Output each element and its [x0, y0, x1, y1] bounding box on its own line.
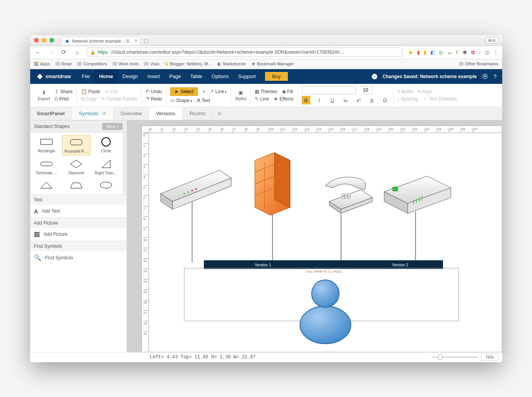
bookmark-item[interactable]: ★Bookmark Manager	[251, 61, 294, 66]
chrome-menu-icon[interactable]: ⋮	[493, 49, 498, 55]
shape-rectangle[interactable]: Rectangle	[33, 135, 61, 155]
home-icon[interactable]: ⌂	[74, 49, 81, 56]
shape-diamond[interactable]: Diamond	[62, 157, 91, 177]
close-icon[interactable]: ✕	[102, 111, 106, 116]
export-button[interactable]: ⬇Export	[38, 90, 50, 101]
extension-icon[interactable]: ☁	[447, 49, 452, 55]
shape-terminate[interactable]: Terminate …	[33, 157, 61, 177]
copy-button[interactable]: ⧉ Copy	[81, 96, 96, 102]
share-button[interactable]: ⇪ Share	[55, 89, 72, 94]
menu-options[interactable]: Options	[207, 69, 234, 84]
chrome-user-badge[interactable]: Ася	[486, 37, 498, 43]
cut-button[interactable]: ✂ Cut	[105, 89, 118, 94]
text-tool-button[interactable]: A Text	[197, 97, 210, 103]
font-color-button[interactable]: A	[368, 96, 376, 104]
fill-button[interactable]: ◆ Fill	[282, 89, 293, 94]
menu-home[interactable]: Home	[94, 69, 118, 84]
canvas-svg[interactable]: Version 1 Version 2 Cisco 2WRBPTN 1.1.25…	[149, 133, 502, 344]
menu-support[interactable]: Support	[234, 69, 261, 84]
extension-icon[interactable]: ✽	[463, 49, 467, 55]
bookmark-star-icon[interactable]: ★	[408, 49, 413, 56]
paste-button[interactable]: 📋 Paste	[81, 89, 100, 94]
brand-logo[interactable]: smartdraw	[30, 73, 77, 80]
menu-table[interactable]: Table	[186, 69, 207, 84]
extension-icon[interactable]: ▮	[424, 49, 426, 55]
bookmark-item[interactable]: Work tools	[113, 61, 139, 66]
line-tool-button[interactable]: ↗ Line▾	[210, 89, 227, 94]
extension-icon[interactable]: ◎	[439, 49, 443, 55]
omega-button[interactable]: Ω	[381, 96, 389, 104]
chevron-down-icon[interactable]: ▾	[190, 99, 192, 103]
extension-icon[interactable]: F	[456, 49, 459, 55]
other-bookmarks[interactable]: Other Bookmarks	[459, 61, 498, 66]
shape-right-triangle[interactable]: Right Trian…	[92, 157, 120, 177]
nav-back-button[interactable]: ←	[34, 49, 42, 56]
select-tool-button[interactable]: ➤Select	[170, 87, 198, 96]
line-style-button[interactable]: ✎ Line	[255, 96, 269, 102]
bookmark-item[interactable]: Read	[55, 61, 72, 66]
more-shapes-button[interactable]: More ▾	[102, 123, 122, 130]
tab-overview[interactable]: Overview	[114, 107, 149, 120]
spacing-button[interactable]: ↕ Spacing	[397, 96, 418, 102]
font-family-input[interactable]	[302, 86, 356, 94]
text-direction-button[interactable]: ↔ Text Direction	[423, 96, 457, 102]
panel-scrollbar[interactable]	[123, 133, 127, 194]
menu-page[interactable]: Page	[164, 69, 185, 84]
menu-insert[interactable]: Insert	[143, 69, 165, 84]
effects-button[interactable]: ★ Effects	[274, 96, 294, 102]
chat-icon[interactable]: ⦿	[482, 73, 488, 80]
styles-button[interactable]: ▣Styles	[235, 90, 246, 101]
close-window-button[interactable]	[34, 38, 39, 43]
tab-versions[interactable]: Versions	[149, 107, 183, 120]
format-painter-button[interactable]: ✎ Format Painter	[101, 96, 137, 102]
bookmark-item[interactable]: ◐Marketcircle	[217, 61, 246, 66]
shape-rounded-rect[interactable]: Rounded R…	[62, 135, 91, 155]
font-size-input[interactable]	[361, 86, 373, 94]
tab-rooms[interactable]: Rooms	[183, 107, 213, 120]
extension-icon[interactable]: ✿	[471, 49, 475, 55]
nav-forward-button[interactable]: →	[47, 49, 55, 56]
minimize-window-button[interactable]	[42, 38, 46, 43]
url-omnibox[interactable]: 🔒 https ://cloud.smartdraw.com/editor.as…	[87, 48, 403, 57]
menu-file[interactable]: File	[77, 69, 94, 84]
chevron-down-icon[interactable]: ▾	[203, 90, 205, 94]
add-picture-button[interactable]: 🖼Add Picture	[30, 228, 127, 241]
shape-ellipse[interactable]	[92, 178, 120, 192]
extension-icon[interactable]: ▥	[485, 49, 489, 55]
extension-icon[interactable]: ▮	[417, 49, 420, 55]
bullet-button[interactable]: ≡ Bullet	[397, 89, 413, 94]
tab-symbols[interactable]: Symbols✕	[72, 107, 114, 120]
extension-icon[interactable]: ◧	[430, 49, 435, 55]
bookmark-item[interactable]: Competitiors	[77, 61, 107, 66]
nav-reload-button[interactable]: ⟳	[60, 49, 68, 56]
shape-trapezoid[interactable]	[62, 178, 91, 192]
italic-button[interactable]: I	[315, 96, 323, 104]
print-button[interactable]: ⎙ Print	[55, 96, 72, 102]
find-symbols-button[interactable]: 🔍Find Symbols	[30, 251, 127, 264]
redo-button[interactable]: ↷ Redo	[145, 96, 162, 102]
drawing-canvas[interactable]: 0123456789101112131415161718192021222324…	[142, 126, 502, 352]
bookmark-item[interactable]: Visio	[144, 61, 159, 66]
maximize-window-button[interactable]	[50, 38, 54, 43]
bookmark-apps[interactable]: Apps	[34, 61, 50, 66]
add-tab-button[interactable]: ⊕	[213, 107, 226, 120]
zoom-slider[interactable]	[431, 356, 478, 358]
bold-button[interactable]: B	[302, 96, 310, 104]
bookmark-item[interactable]: GBlogger: Nektony. M…	[165, 61, 212, 66]
help-icon[interactable]: ?	[493, 73, 496, 80]
shape-tool-button[interactable]: ▭ Shape▾	[170, 97, 192, 103]
undo-button[interactable]: ↶ Undo	[145, 89, 162, 94]
new-tab-button[interactable]: ▢	[142, 37, 151, 44]
align-button[interactable]: ≡ Align	[418, 89, 432, 94]
tab-close-icon[interactable]: ✕	[134, 38, 138, 43]
shape-triangle[interactable]	[33, 178, 61, 192]
add-text-button[interactable]: AAdd Text	[30, 205, 127, 218]
chevron-down-icon[interactable]: ▾	[225, 90, 227, 94]
underline-button[interactable]: U	[328, 96, 337, 104]
menu-design[interactable]: Design	[118, 69, 142, 84]
zoom-slider-thumb[interactable]	[438, 354, 442, 360]
subscript-button[interactable]: x₂	[341, 96, 350, 104]
browser-tab-active[interactable]: ◆ Network scheme example -- S ✕	[61, 37, 140, 45]
extension-icon[interactable]: r	[479, 49, 481, 55]
shape-circle[interactable]: Circle	[92, 135, 120, 155]
